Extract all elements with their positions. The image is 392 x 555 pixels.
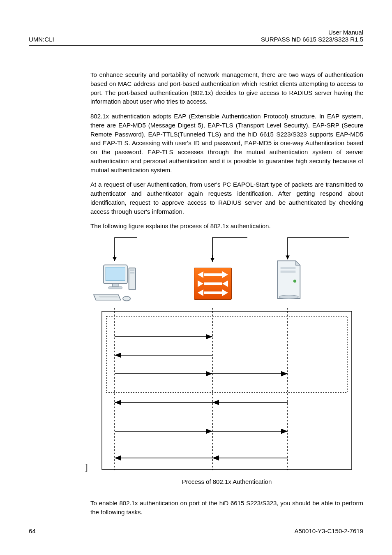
sequence-diagram: [88, 308, 371, 472]
paragraph: To enable 802.1x authentication on port …: [90, 499, 363, 517]
paragraph: To enhance security and portability of n…: [90, 70, 363, 106]
svg-point-9: [123, 296, 130, 301]
page-footer: 64 A50010-Y3-C150-2-7619: [29, 527, 363, 534]
svg-rect-3: [108, 287, 122, 289]
page: UMN:CLI User Manual SURPASS hiD 6615 S22…: [0, 0, 392, 555]
header-right: User Manual SURPASS hiD 6615 S223/S323 R…: [261, 29, 363, 43]
page-header: UMN:CLI User Manual SURPASS hiD 6615 S22…: [29, 29, 363, 43]
svg-rect-20: [102, 311, 352, 469]
figure: ]: [88, 238, 371, 472]
stray-bracket: ]: [85, 461, 88, 473]
svg-rect-2: [113, 284, 119, 287]
svg-point-12: [293, 280, 296, 282]
authenticator-switch-icon: [194, 268, 232, 300]
header-right-line1: User Manual: [261, 29, 363, 36]
svg-point-13: [279, 295, 299, 299]
svg-rect-5: [130, 269, 134, 271]
page-number: 64: [29, 527, 36, 534]
svg-rect-6: [130, 272, 134, 274]
paragraph: The following figure explains the proces…: [90, 222, 363, 231]
svg-rect-4: [129, 268, 136, 290]
header-left: UMN:CLI: [29, 36, 54, 43]
client-pc-icon: [90, 263, 139, 306]
svg-rect-1: [106, 267, 125, 281]
figure-caption: Process of 802.1x Authentication: [90, 477, 363, 486]
doc-reference: A50010-Y3-C150-2-7619: [294, 527, 363, 534]
top-arrows: [88, 236, 371, 268]
header-rule: [29, 45, 363, 46]
paragraph: At a request of user Authentication, fro…: [90, 180, 363, 216]
content-body: To enhance security and portability of n…: [90, 70, 363, 516]
paragraph: 802.1x authentication adopts EAP (Extens…: [90, 112, 363, 174]
svg-rect-11: [281, 271, 296, 273]
header-right-line2: SURPASS hiD 6615 S223/S323 R1.5: [261, 36, 363, 43]
svg-rect-21: [106, 316, 347, 393]
